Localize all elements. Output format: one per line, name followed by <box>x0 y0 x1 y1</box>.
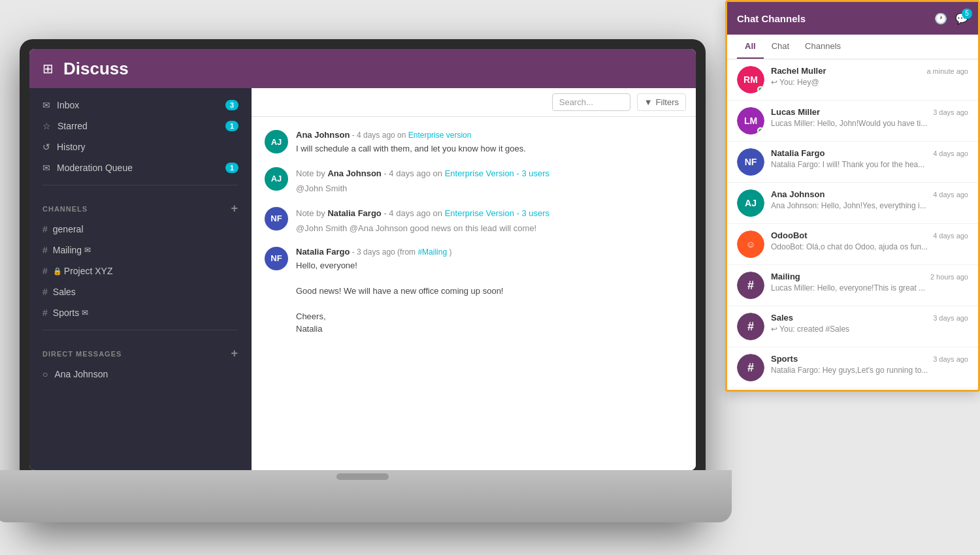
avatar-sports: # <box>737 354 764 381</box>
add-dm-button[interactable]: + <box>231 347 238 360</box>
sidebar: ✉ Inbox 3 ☆ Starred 1 ↺ History ✉ Modera… <box>29 88 252 470</box>
mention-link[interactable]: @John Smith @Ana Johnson <box>296 223 408 233</box>
person-icon: ○ <box>42 369 48 379</box>
sender-name: Ana Johnson <box>327 168 381 178</box>
chat-preview: Natalia Fargo: Hey guys,Let's go running… <box>771 366 968 375</box>
add-channel-button[interactable]: + <box>231 202 238 215</box>
channel-general-label: general <box>53 224 84 234</box>
channel-sports-label: Sports <box>53 308 79 318</box>
laptop-notch <box>336 473 389 480</box>
message-row: AJ Ana Johnson - 4 days ago on Enterpris… <box>265 130 683 155</box>
chat-preview: Lucas Miller: Hello, John!Would you have… <box>771 119 968 128</box>
sidebar-item-starred[interactable]: ☆ Starred 1 <box>29 116 252 136</box>
channel-sales-label: Sales <box>53 287 76 297</box>
chat-name-row: OdooBot 4 days ago <box>771 230 968 240</box>
sidebar-item-sports[interactable]: # Sports ✉ <box>29 302 252 323</box>
channel-link[interactable]: #Mailing <box>417 247 447 257</box>
message-content: Note by Ana Johnson - 4 days ago on Ente… <box>296 167 683 195</box>
message-text: Hello, everyone! Good news! We will have… <box>296 259 683 336</box>
mention-link[interactable]: @John Smith <box>296 183 347 193</box>
laptop-body: ⊞ Discuss ✉ Inbox 3 ☆ Starred 1 ↺ Histor… <box>20 39 706 522</box>
sidebar-item-history[interactable]: ↺ History <box>29 136 252 157</box>
sidebar-item-ana-dm[interactable]: ○ Ana Johnson <box>29 364 252 385</box>
chat-time: 2 hours ago <box>930 273 968 281</box>
sidebar-item-sales[interactable]: # Sales <box>29 281 252 302</box>
dm-header-label: DIRECT MESSAGES <box>42 350 122 358</box>
channel-link[interactable]: Enterprise Version - 3 users <box>445 208 549 218</box>
message-meta: Note by Ana Johnson - 4 days ago on Ente… <box>296 167 683 180</box>
mention-text: @John Smith <box>296 182 683 195</box>
message-row: NF Note by Natalia Fargo - 4 days ago on… <box>265 207 683 235</box>
chat-panel-title: Chat Channels <box>737 13 806 24</box>
chat-item-mailing[interactable]: # Mailing 2 hours ago Lucas Miller: Hell… <box>727 265 978 306</box>
chat-item-lucas[interactable]: LM Lucas Miller 3 days ago Lucas Miller:… <box>727 101 978 142</box>
message-meta: Natalia Fargo - 3 days ago (from #Mailin… <box>296 247 683 257</box>
chat-info: Ana Johnson 4 days ago Ana Johnson: Hell… <box>771 189 968 210</box>
chat-item-odoobot[interactable]: ☺ OdooBot 4 days ago OdooBot: Olá,o chat… <box>727 224 978 265</box>
avatar-sales: # <box>737 313 764 340</box>
laptop-screen: ⊞ Discuss ✉ Inbox 3 ☆ Starred 1 ↺ Histor… <box>29 49 696 470</box>
chat-list: RM Rachel Muller a minute ago ↩ You: Hey… <box>727 59 978 390</box>
avatar-mailing: # <box>737 272 764 299</box>
sender-name: Ana Johnson <box>296 130 350 140</box>
avatar-odoobot: ☺ <box>737 230 764 258</box>
avatar: AJ <box>265 167 288 191</box>
avatar: NF <box>265 207 288 230</box>
app-header: ⊞ Discuss <box>29 49 696 88</box>
sidebar-item-projectxyz[interactable]: # 🔒 Project XYZ <box>29 261 252 281</box>
dm-ana-label: Ana Johnson <box>54 369 108 379</box>
inbox-label: Inbox <box>57 100 79 110</box>
sidebar-item-mailing[interactable]: # Mailing ✉ <box>29 240 252 261</box>
sidebar-item-general[interactable]: # general <box>29 219 252 240</box>
inbox-icon: ✉ <box>42 100 50 110</box>
channel-link[interactable]: Enterprise version <box>408 131 472 140</box>
search-input[interactable]: Search... <box>552 93 630 111</box>
chat-item-sports[interactable]: # Sports 3 days ago Natalia Fargo: Hey g… <box>727 347 978 388</box>
channel-name: Sales <box>771 313 793 323</box>
lock-icon: 🔒 <box>53 267 62 276</box>
tab-chat[interactable]: Chat <box>764 35 797 59</box>
chat-item-sales[interactable]: # Sales 3 days ago ↩ You: created #Sales <box>727 306 978 347</box>
message-row: NF Natalia Fargo - 3 days ago (from #Mai… <box>265 247 683 336</box>
filter-button[interactable]: ▼ Filters <box>637 93 686 111</box>
chat-info: OdooBot 4 days ago OdooBot: Olá,o chat d… <box>771 230 968 251</box>
chat-time: 4 days ago <box>933 191 968 198</box>
chat-item-rachel[interactable]: RM Rachel Muller a minute ago ↩ You: Hey… <box>727 59 978 101</box>
grid-icon[interactable]: ⊞ <box>42 61 54 76</box>
chat-preview: Ana Johnson: Hello, John!Yes, everything… <box>771 201 968 210</box>
online-indicator <box>757 127 764 134</box>
chat-preview: ↩ You: Hey@ <box>771 78 968 87</box>
starred-label: Starred <box>57 121 88 131</box>
mail-icon: ✉ <box>42 163 50 173</box>
email-icon-sports: ✉ <box>82 308 88 317</box>
chat-icon[interactable]: 💬 5 <box>955 12 968 25</box>
dm-section-header: DIRECT MESSAGES + <box>29 337 252 364</box>
moderation-label: Moderation Queue <box>57 163 133 173</box>
starred-badge: 1 <box>225 121 238 131</box>
sidebar-item-moderation[interactable]: ✉ Moderation Queue 1 <box>29 157 252 178</box>
chat-name-row: Rachel Muller a minute ago <box>771 66 968 76</box>
clock-icon[interactable]: 🕐 <box>934 12 947 25</box>
divider <box>42 185 238 185</box>
channel-mailing-label: Mailing <box>53 245 82 255</box>
main-content: Search... ▼ Filters AJ Ana Johnson - 4 d… <box>252 88 696 470</box>
chat-info: Rachel Muller a minute ago ↩ You: Hey@ <box>771 66 968 87</box>
avatar-rachel: RM <box>737 66 764 93</box>
chat-panel-tabs: All Chat Channels <box>727 35 978 59</box>
chat-info: Natalia Fargo 4 days ago Natalia Fargo: … <box>771 148 968 169</box>
sidebar-item-inbox[interactable]: ✉ Inbox 3 <box>29 95 252 116</box>
history-icon: ↺ <box>42 142 50 152</box>
chat-item-natalia[interactable]: NF Natalia Fargo 4 days ago Natalia Farg… <box>727 142 978 183</box>
divider-dm <box>42 330 238 330</box>
message-content: Note by Natalia Fargo - 4 days ago on En… <box>296 207 683 235</box>
tab-all[interactable]: All <box>737 35 764 59</box>
channel-link[interactable]: Enterprise Version - 3 users <box>445 168 549 178</box>
tab-channels[interactable]: Channels <box>797 35 849 59</box>
chat-time: 4 days ago <box>933 150 968 157</box>
mention-text: @John Smith @Ana Johnson good news on th… <box>296 222 683 235</box>
contact-name: Ana Johnson <box>771 189 825 199</box>
chat-name-row: Lucas Miller 3 days ago <box>771 107 968 117</box>
hash-icon-sports: # <box>42 308 48 318</box>
channel-name: Mailing <box>771 272 800 281</box>
chat-item-ana[interactable]: AJ Ana Johnson 4 days ago Ana Johnson: H… <box>727 183 978 224</box>
